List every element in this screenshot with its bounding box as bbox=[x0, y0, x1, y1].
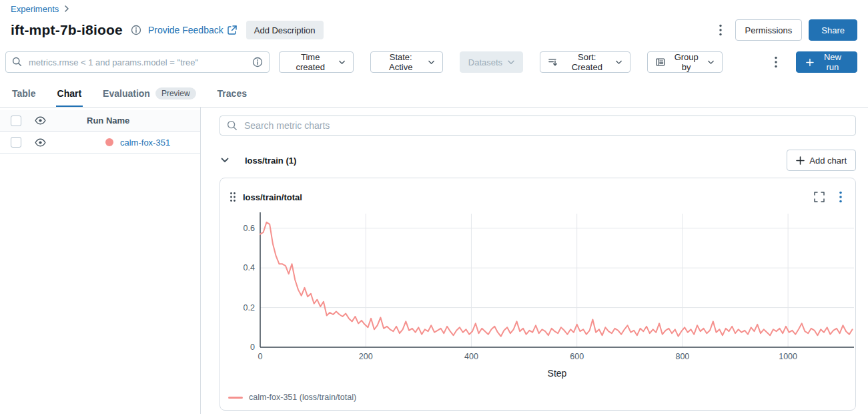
run-row-checkbox[interactable] bbox=[11, 137, 21, 148]
experiment-page: Experiments ift-mpt-7b-i8iooe Provide Fe… bbox=[0, 0, 868, 414]
section-collapse-chevron-icon[interactable] bbox=[220, 156, 230, 164]
chart-title: loss/train/total bbox=[243, 192, 302, 202]
select-all-checkbox[interactable] bbox=[11, 116, 21, 126]
search-icon bbox=[12, 57, 22, 69]
preview-badge: Preview bbox=[155, 87, 196, 99]
chart-plot-area[interactable]: 00.20.40.602004006008001000 Step bbox=[220, 210, 855, 382]
add-chart-label: Add chart bbox=[809, 156, 847, 166]
expand-chart-button[interactable] bbox=[811, 189, 827, 205]
x-tick-label: 400 bbox=[464, 352, 478, 361]
add-description-button[interactable]: Add Description bbox=[246, 21, 324, 39]
metric-chart-search-box bbox=[220, 116, 856, 136]
toolbar-kebab-menu-button[interactable] bbox=[771, 53, 781, 71]
add-chart-button[interactable]: Add chart bbox=[787, 150, 856, 171]
chevron-down-icon bbox=[508, 60, 514, 65]
provide-feedback-link[interactable]: Provide Feedback bbox=[148, 25, 237, 35]
time-created-label: Time created bbox=[288, 52, 334, 72]
new-run-button[interactable]: New run bbox=[796, 51, 857, 73]
legend-label[interactable]: calm-fox-351 (loss/train/total) bbox=[249, 393, 356, 402]
run-search-input[interactable] bbox=[5, 51, 270, 73]
plus-icon bbox=[796, 156, 805, 165]
x-tick-label: 200 bbox=[359, 352, 373, 361]
chevron-down-icon bbox=[708, 60, 714, 65]
y-tick-label: 0.2 bbox=[244, 303, 255, 313]
datasets-filter-label: Datasets bbox=[468, 57, 502, 67]
info-icon[interactable] bbox=[131, 25, 141, 35]
run-list-panel: Run Name calm-fox-351 bbox=[0, 108, 201, 414]
group-by-button[interactable]: Group by bbox=[647, 51, 723, 73]
metric-charts-panel: loss/train (1) Add chart loss/train/tota… bbox=[201, 108, 868, 414]
group-by-icon bbox=[656, 57, 665, 67]
x-tick-label: 600 bbox=[570, 352, 584, 361]
loss-chart-svg[interactable]: 00.20.40.602004006008001000 Step bbox=[220, 211, 854, 379]
tab-evaluation-label: Evaluation bbox=[103, 88, 150, 99]
metric-chart-search-input[interactable] bbox=[220, 116, 856, 136]
chevron-down-icon bbox=[428, 60, 434, 65]
external-link-icon bbox=[228, 25, 237, 35]
chart-legend: calm-fox-351 (loss/train/total) bbox=[228, 393, 855, 402]
tab-traces-label: Traces bbox=[218, 88, 247, 99]
share-button[interactable]: Share bbox=[809, 19, 857, 41]
chevron-down-icon bbox=[339, 60, 345, 65]
chart-card-header: loss/train/total bbox=[220, 178, 855, 210]
breadcrumb-experiments-link[interactable]: Experiments bbox=[11, 4, 59, 14]
permissions-button[interactable]: Permissions bbox=[735, 19, 803, 41]
metric-section-title: loss/train (1) bbox=[245, 156, 296, 166]
run-list-header: Run Name bbox=[0, 110, 200, 132]
run-color-dot bbox=[105, 138, 113, 146]
state-filter-button[interactable]: State: Active bbox=[370, 51, 443, 73]
expand-icon bbox=[814, 192, 825, 202]
run-visibility-eye-icon[interactable] bbox=[21, 138, 59, 147]
metric-chart-card: loss/train/total 00.20.40.602004006008 bbox=[220, 178, 856, 411]
x-axis-label: Step bbox=[548, 368, 567, 379]
title-row: ift-mpt-7b-i8iooe Provide Feedback Add D… bbox=[0, 14, 868, 42]
tab-chart[interactable]: Chart bbox=[56, 82, 83, 107]
drag-handle-icon[interactable] bbox=[230, 192, 236, 202]
content-area: Run Name calm-fox-351 bbox=[0, 108, 868, 414]
plus-icon bbox=[806, 58, 814, 67]
provide-feedback-label: Provide Feedback bbox=[148, 25, 224, 35]
breadcrumb: Experiments bbox=[0, 0, 868, 14]
run-search-toolbar: Time created State: Active Datasets Sort… bbox=[0, 42, 868, 78]
y-tick-label: 0.4 bbox=[244, 263, 255, 272]
time-created-filter-button[interactable]: Time created bbox=[279, 51, 354, 73]
search-icon bbox=[227, 120, 238, 134]
chevron-down-icon bbox=[616, 60, 622, 65]
group-by-label: Group by bbox=[671, 52, 703, 72]
run-search-box bbox=[5, 51, 270, 73]
sort-label: Sort: Created bbox=[564, 52, 610, 72]
search-info-icon[interactable] bbox=[252, 57, 263, 70]
state-filter-label: State: Active bbox=[379, 52, 423, 72]
metric-section-header: loss/train (1) Add chart bbox=[220, 149, 856, 172]
tab-chart-label: Chart bbox=[57, 88, 82, 99]
y-tick-label: 0.6 bbox=[244, 224, 255, 233]
chart-kebab-menu-button[interactable] bbox=[835, 188, 846, 206]
legend-line-swatch bbox=[228, 397, 243, 399]
view-tabs: Table Chart Evaluation Preview Traces bbox=[0, 82, 868, 108]
run-name-link[interactable]: calm-fox-351 bbox=[120, 138, 170, 148]
tab-evaluation[interactable]: Evaluation Preview bbox=[101, 82, 197, 107]
sort-button[interactable]: Sort: Created bbox=[540, 51, 630, 73]
tab-table[interactable]: Table bbox=[11, 82, 37, 107]
datasets-filter-button[interactable]: Datasets bbox=[460, 51, 523, 73]
table-row[interactable]: calm-fox-351 bbox=[0, 132, 200, 154]
x-tick-label: 800 bbox=[675, 352, 689, 361]
new-run-label: New run bbox=[818, 52, 847, 72]
page-title: ift-mpt-7b-i8iooe bbox=[11, 22, 123, 38]
tab-traces[interactable]: Traces bbox=[216, 82, 248, 107]
run-name-column-header: Run Name bbox=[87, 116, 129, 126]
chevron-right-icon bbox=[64, 5, 69, 13]
visibility-column-eye-icon[interactable] bbox=[21, 116, 59, 125]
sort-icon bbox=[548, 57, 558, 67]
loss-line-series[interactable] bbox=[260, 222, 853, 337]
x-tick-label: 1000 bbox=[779, 352, 797, 361]
y-tick-label: 0 bbox=[250, 343, 255, 352]
x-tick-label: 0 bbox=[258, 352, 263, 361]
tab-table-label: Table bbox=[12, 88, 36, 99]
header-kebab-menu-button[interactable] bbox=[715, 21, 726, 39]
